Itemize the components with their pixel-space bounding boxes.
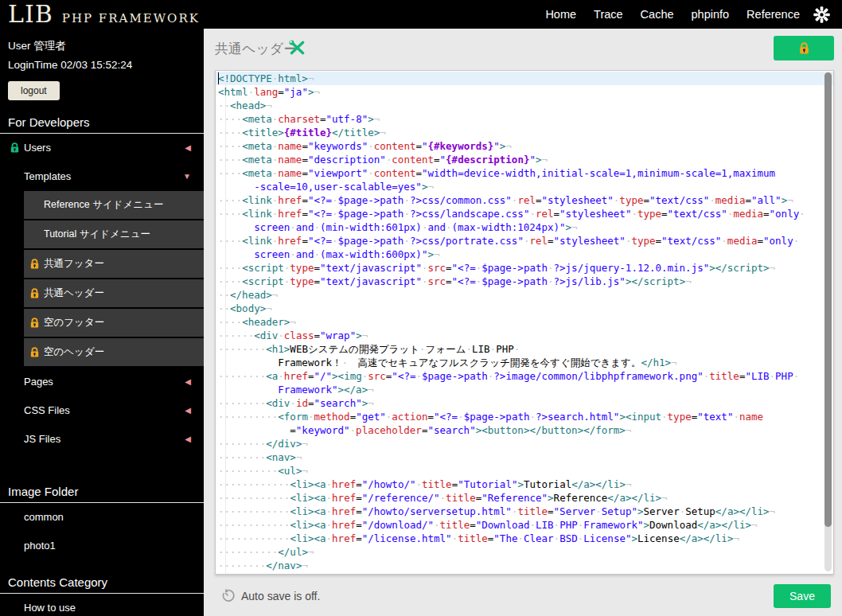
settings-button[interactable]	[813, 6, 830, 23]
code-line[interactable]: ····<script·type="text/javascript"·src="…	[216, 275, 833, 288]
code-editor[interactable]: <!DOCTYPE·html>¬<html·lang="ja">¬··<head…	[215, 70, 834, 575]
sidebar-heading-for-developers: For Developers	[0, 115, 204, 134]
sidebar-subitem-jp-5[interactable]: 空のヘッダー	[24, 338, 204, 366]
top-bar: LIB PHP FRAMEWORK HomeTraceCachephpinfoR…	[0, 0, 842, 29]
code-line[interactable]: ····<meta·name="description"·content="{#…	[216, 153, 833, 166]
autosave-status-text: Auto save is off.	[241, 590, 320, 602]
gear-icon	[813, 6, 830, 23]
code-line[interactable]: ····<meta·name="keywords"·content="{#key…	[216, 139, 833, 153]
sidebar-heading-contents-category: Contents Category	[0, 575, 204, 594]
code-line[interactable]: Framework！· 高速でセキュアなフルスクラッチ開発を今すぐ開始できます。…	[216, 356, 833, 369]
sidebar-subitem-label: Reference サイドメニュー	[44, 199, 163, 210]
autosave-status-area	[220, 588, 236, 606]
code-line[interactable]: ········<a·href="/"><img·src="<?=·$page-…	[216, 369, 833, 383]
code-line[interactable]: screen·and·(max-width:600px)">¬	[216, 248, 833, 261]
nav-item-phpinfo[interactable]: phpinfo	[692, 8, 730, 21]
code-line[interactable]: ········</div>¬	[216, 437, 833, 450]
lock-icon	[29, 287, 41, 299]
nav-item-home[interactable]: Home	[545, 8, 576, 21]
code-line[interactable]: -scale=10,user-scalable=yes">¬	[216, 180, 833, 193]
tools-icon	[288, 40, 306, 56]
code-content: <!DOCTYPE·html>¬<html·lang="ja">¬··<head…	[216, 71, 833, 575]
code-line[interactable]: ····<title>{#title}</title>¬	[216, 126, 833, 139]
sidebar-item-templates[interactable]: Templates▼	[0, 162, 204, 191]
code-line[interactable]: ············<li><a·href="/howto/serverse…	[216, 505, 833, 518]
sidebar-item-label: photo1	[24, 540, 56, 552]
sidebar-subitem-jp-3[interactable]: 共通ヘッダー	[24, 279, 204, 307]
top-nav: HomeTraceCachephpinfoReference	[545, 8, 800, 21]
code-line[interactable]: ········<nav>¬	[216, 450, 833, 464]
code-line[interactable]: ··<head>¬	[216, 99, 833, 112]
code-line[interactable]: ············<li><a·href="/howto/"·title=…	[216, 478, 833, 491]
code-line[interactable]: ············<li><a·href="/license.html"·…	[216, 532, 833, 545]
sidebar-subitem-jp-4[interactable]: 空のフッター	[24, 309, 204, 337]
sidebar-item-js-files[interactable]: JS Files◀	[0, 425, 204, 454]
sidebar-item-label: CSS Files	[24, 404, 70, 416]
nav-item-trace[interactable]: Trace	[594, 8, 623, 21]
sidebar-item-label: How to use	[24, 602, 76, 614]
code-line[interactable]: ··········</ul>¬	[216, 545, 833, 559]
sidebar-item-users[interactable]: Users◀	[0, 134, 204, 162]
code-line[interactable]: ······<div·class="wrap">¬	[216, 329, 833, 342]
code-line[interactable]: ············<li><a·href="/download/"·tit…	[216, 518, 833, 532]
code-line[interactable]: ··</head>¬	[216, 288, 833, 302]
sidebar-item-how-to-use[interactable]: How to use	[0, 594, 204, 616]
code-line[interactable]: Framework"></a>¬	[216, 383, 833, 396]
chevron-left-icon: ◀	[185, 425, 191, 454]
code-line[interactable]: <!DOCTYPE·html>¬	[216, 72, 833, 85]
sidebar-subitem-jp-2[interactable]: 共通フッター	[24, 250, 204, 278]
sidebar-item-common[interactable]: common	[0, 503, 204, 532]
lock-icon	[29, 317, 41, 329]
scrollbar-thumb[interactable]	[824, 72, 832, 527]
chevron-left-icon: ◀	[185, 134, 191, 162]
code-line[interactable]: ····<link·href="<?=·$page->path·?>css/co…	[216, 193, 833, 207]
code-line[interactable]: ="keyword"·placeholder="search"><button>…	[216, 423, 833, 437]
code-line[interactable]: ··········<ul>¬	[216, 464, 833, 478]
code-line[interactable]: ··<body>¬	[216, 302, 833, 315]
sidebar-subitem-reference[interactable]: Reference サイドメニュー	[24, 191, 204, 219]
code-line[interactable]: <html·lang="ja">¬	[216, 85, 833, 99]
logout-button[interactable]: logout	[8, 81, 60, 100]
code-line[interactable]: ········<h1>WEBシステムの開発プラット·フォーム·LIB·PHP·	[216, 342, 833, 356]
sidebar-sections: For Developers Users◀Templates▼Reference…	[0, 115, 204, 616]
lock-icon	[29, 258, 41, 270]
code-line[interactable]: ····<meta·name="viewport"·content="width…	[216, 166, 833, 180]
autosave-timer-icon	[220, 588, 236, 603]
sidebar-subitem-label: Tutorial サイドメニュー	[44, 228, 150, 240]
sidebar-item-label: JS Files	[24, 433, 60, 445]
sidebar-subitem-label: 共通フッター	[44, 258, 104, 269]
code-line[interactable]: ··········<form·method="get"·action="<?=…	[216, 410, 833, 423]
sidebar-subitem-tutorial[interactable]: Tutorial サイドメニュー	[24, 220, 204, 248]
chevron-down-icon: ▼	[183, 162, 191, 191]
editor-scrollbar	[824, 72, 832, 571]
logo-main-text: LIB	[8, 1, 53, 28]
lock-toggle-button[interactable]	[774, 36, 834, 60]
text-cursor	[218, 72, 219, 84]
sidebar-heading-image-folder: Image Folder	[0, 485, 204, 503]
sidebar-item-css-files[interactable]: CSS Files◀	[0, 396, 204, 425]
code-line[interactable]: ············<li><a·href="/reference/"·ti…	[216, 491, 833, 505]
sidebar-subitem-label: 空のフッター	[44, 317, 104, 328]
code-line[interactable]: ····<meta·charset="utf-8">¬	[216, 112, 833, 126]
code-line[interactable]: ····<script·type="text/javascript"·src="…	[216, 261, 833, 275]
nav-item-reference[interactable]: Reference	[746, 8, 800, 21]
lock-icon	[9, 142, 21, 154]
edit-tools-button[interactable]	[288, 40, 306, 59]
sidebar: User 管理者 LoginTime 02/03 15:52:24 logout…	[0, 29, 204, 616]
code-line[interactable]: ····<link·href="<?=·$page->path·?>css/la…	[216, 207, 833, 220]
code-line[interactable]: ········<div·id="search">¬	[216, 396, 833, 410]
user-label: User 管理者	[8, 39, 204, 53]
code-line[interactable]: screen·and·(min-width:601px)·and·(max-wi…	[216, 220, 833, 234]
code-line[interactable]: ····<header>¬	[216, 315, 833, 329]
login-time: LoginTime 02/03 15:52:24	[8, 59, 204, 71]
code-line[interactable]: ········</nav>¬	[216, 559, 833, 572]
code-line[interactable]: ······</div>	[216, 572, 833, 575]
sidebar-item-pages[interactable]: Pages◀	[0, 368, 204, 396]
sidebar-item-photo1[interactable]: photo1	[0, 532, 204, 560]
nav-item-cache[interactable]: Cache	[641, 8, 674, 21]
sidebar-item-label: Users	[24, 142, 51, 154]
code-line[interactable]: ····<link·href="<?=·$page->path·?>css/po…	[216, 234, 833, 248]
sidebar-subitem-label: 空のヘッダー	[44, 346, 104, 357]
save-button[interactable]: Save	[774, 584, 831, 608]
logo-sub-text: PHP FRAMEWORK	[62, 11, 200, 25]
